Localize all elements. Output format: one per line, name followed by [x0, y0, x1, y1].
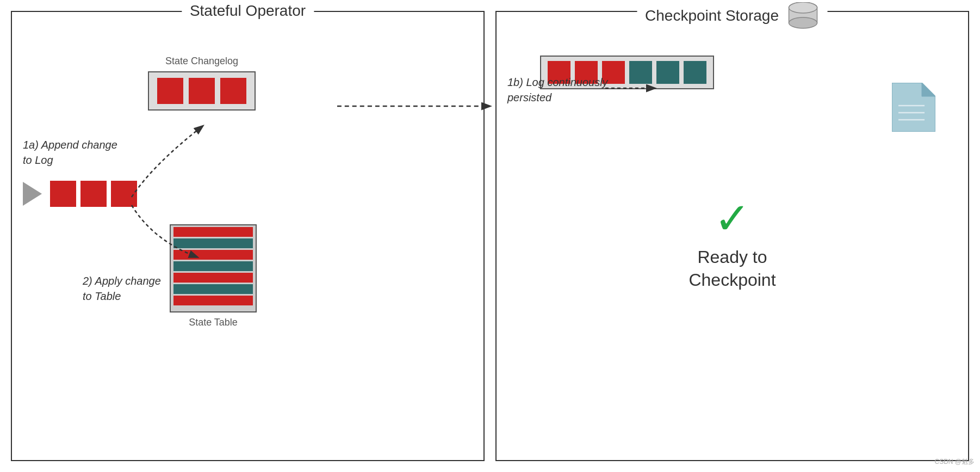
- table-row-teal-1: [173, 238, 253, 248]
- changelog-red-square-1: [157, 78, 183, 104]
- ready-text: Ready to Checkpoint: [689, 246, 776, 291]
- checkmark-icon: ✓: [714, 197, 750, 241]
- changelog-box: [148, 71, 256, 111]
- paper-icon: [892, 83, 935, 132]
- svg-marker-5: [922, 83, 935, 96]
- ready-container: ✓ Ready to Checkpoint: [689, 197, 776, 291]
- table-row-red-4: [173, 296, 253, 305]
- table-row-red-1: [173, 227, 253, 237]
- input-red-square-1: [50, 181, 76, 207]
- log-teal-3: [684, 61, 706, 84]
- right-panel-title: Checkpoint Storage: [645, 7, 779, 24]
- table-row-teal-3: [173, 284, 253, 294]
- state-table-container: State Table: [170, 224, 257, 328]
- changelog-label: State Changelog: [148, 56, 256, 67]
- input-red-square-3: [111, 181, 137, 207]
- label-log: 1b) Log continuously persisted: [507, 75, 608, 105]
- main-container: Stateful Operator State Changelog: [0, 0, 980, 472]
- svg-point-3: [789, 2, 817, 13]
- state-table-label: State Table: [170, 317, 257, 328]
- table-row-teal-2: [173, 261, 253, 271]
- table-row-red-2: [173, 250, 253, 260]
- input-squares: [50, 181, 137, 207]
- database-icon: [787, 2, 820, 29]
- changelog-container: State Changelog: [148, 56, 256, 111]
- left-panel: Stateful Operator State Changelog: [11, 11, 485, 461]
- input-arrow-icon: [23, 182, 42, 206]
- left-panel-title: Stateful Operator: [182, 2, 314, 20]
- table-row-red-3: [173, 273, 253, 283]
- label-append: 1a) Append change to Log: [23, 137, 117, 168]
- input-red-square-2: [80, 181, 107, 207]
- input-area: [23, 181, 137, 207]
- svg-point-2: [789, 17, 817, 28]
- log-teal-2: [656, 61, 679, 84]
- right-panel-header: Checkpoint Storage: [637, 2, 828, 29]
- state-table-visual: [170, 224, 257, 312]
- label-apply: 2) Apply change to Table: [83, 273, 161, 304]
- changelog-red-square-2: [189, 78, 215, 104]
- right-panel: Checkpoint Storage: [495, 11, 969, 461]
- changelog-red-square-3: [220, 78, 246, 104]
- watermark: CSDN @魁多: [934, 457, 975, 467]
- log-teal-1: [629, 61, 652, 84]
